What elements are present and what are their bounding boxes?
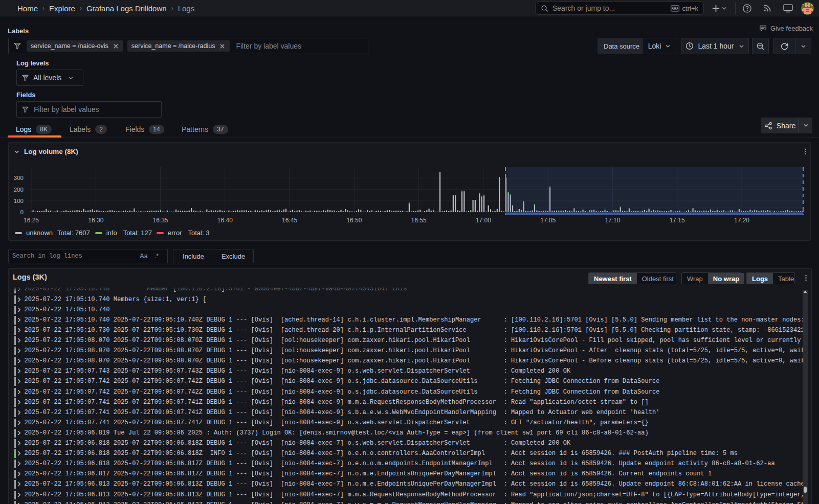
svg-text:200: 200 xyxy=(14,187,24,193)
svg-text:300: 300 xyxy=(14,175,24,181)
svg-text:16:25: 16:25 xyxy=(24,217,39,224)
svg-text:17:10: 17:10 xyxy=(605,217,620,224)
svg-text:17:00: 17:00 xyxy=(476,217,491,224)
svg-text:16:45: 16:45 xyxy=(282,217,297,224)
svg-text:17:20: 17:20 xyxy=(734,217,749,224)
svg-text:17:15: 17:15 xyxy=(670,217,685,224)
svg-text:16:30: 16:30 xyxy=(88,217,103,224)
svg-text:100: 100 xyxy=(14,198,24,204)
svg-text:16:55: 16:55 xyxy=(411,217,427,224)
svg-text:16:50: 16:50 xyxy=(346,217,362,224)
svg-text:16:35: 16:35 xyxy=(152,217,168,224)
svg-text:0: 0 xyxy=(20,209,24,215)
svg-text:16:40: 16:40 xyxy=(217,217,233,224)
svg-text:17:05: 17:05 xyxy=(540,217,556,224)
